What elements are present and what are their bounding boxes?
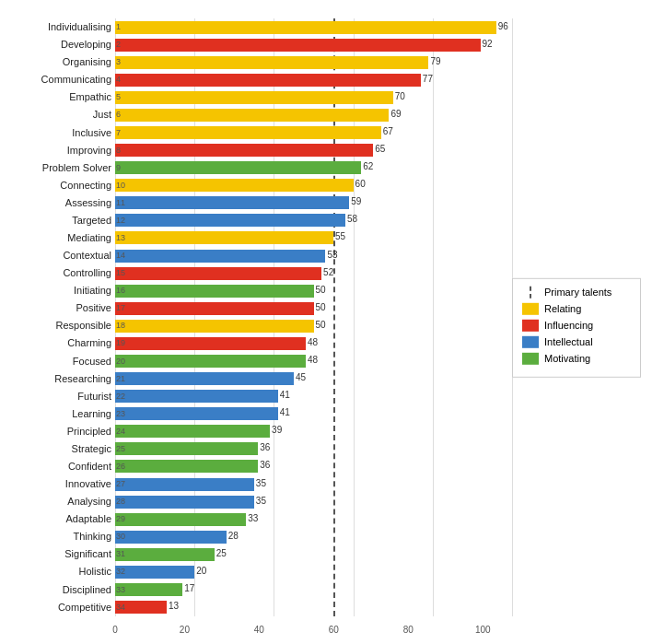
- bar-label-19: Charming: [18, 338, 111, 348]
- rank-label-31: 31: [116, 550, 125, 558]
- bar-row-30: 3028: [115, 530, 646, 544]
- value-label-4: 77: [423, 74, 433, 84]
- bar-segment-24: [115, 425, 270, 438]
- rank-label-9: 9: [116, 164, 121, 172]
- value-label-21: 45: [296, 372, 306, 382]
- rank-label-33: 33: [116, 586, 125, 594]
- bar-label-27: Innovative: [18, 479, 111, 489]
- rank-label-13: 13: [116, 234, 125, 242]
- legend: Primary talentsRelatingInfluencingIntell…: [512, 277, 641, 377]
- legend-item-influencing: Influencing: [522, 319, 631, 331]
- value-label-15: 52: [323, 267, 333, 277]
- rank-label-25: 25: [116, 445, 125, 453]
- x-tick-0: 0: [112, 625, 118, 635]
- value-label-20: 48: [308, 355, 318, 365]
- legend-label-primary-talents: Primary talents: [544, 287, 612, 298]
- bar-label-11: Assessing: [18, 198, 111, 208]
- rank-label-7: 7: [116, 129, 121, 137]
- rank-label-26: 26: [116, 463, 125, 471]
- bar-segment-13: [115, 231, 333, 244]
- bar-row-26: 2636: [115, 459, 646, 474]
- rank-label-18: 18: [116, 322, 125, 330]
- legend-label-influencing: Influencing: [544, 320, 593, 331]
- value-label-16: 50: [316, 285, 326, 295]
- value-label-11: 59: [351, 196, 361, 206]
- bar-row-32: 3220: [115, 565, 646, 580]
- x-tick-80: 80: [403, 625, 414, 635]
- bar-label-4: Communicating: [18, 75, 111, 85]
- bar-label-26: Confident: [18, 462, 111, 472]
- bar-segment-20: [115, 355, 306, 368]
- bar-row-22: 2241: [115, 389, 646, 404]
- bar-segment-8: [115, 144, 373, 157]
- bar-label-1: Individualising: [18, 22, 111, 32]
- legend-label-relating: Relating: [544, 303, 581, 314]
- bar-row-25: 2536: [115, 441, 646, 456]
- bar-row-1: 196: [115, 20, 646, 35]
- labels-column: IndividualisingDevelopingOrganisingCommu…: [18, 18, 115, 616]
- value-label-25: 36: [260, 442, 270, 452]
- bar-label-29: Adaptable: [18, 514, 111, 524]
- bar-segment-6: [115, 109, 389, 122]
- bar-segment-5: [115, 91, 393, 104]
- value-label-27: 35: [256, 478, 266, 488]
- bar-segment-7: [115, 126, 381, 139]
- value-label-1: 96: [498, 21, 508, 31]
- bar-row-27: 2735: [115, 477, 646, 492]
- x-tick-20: 20: [180, 625, 190, 635]
- bar-row-31: 3125: [115, 547, 646, 562]
- bar-label-32: Holistic: [18, 567, 111, 577]
- rank-label-3: 3: [116, 58, 121, 66]
- bar-row-10: 1060: [115, 178, 646, 193]
- legend-item-intellectual: Intellectual: [522, 335, 631, 347]
- value-label-7: 67: [383, 126, 393, 136]
- bar-segment-32: [115, 566, 194, 579]
- value-label-13: 55: [335, 231, 345, 241]
- rank-label-32: 32: [116, 568, 125, 576]
- value-label-22: 41: [280, 390, 290, 400]
- bar-segment-12: [115, 214, 345, 227]
- rank-label-14: 14: [116, 252, 125, 260]
- bar-row-9: 962: [115, 160, 646, 175]
- rank-label-27: 27: [116, 480, 125, 488]
- bar-row-3: 379: [115, 55, 646, 70]
- value-label-34: 13: [169, 601, 179, 611]
- rank-label-24: 24: [116, 427, 125, 436]
- value-label-18: 50: [316, 320, 326, 330]
- bar-label-13: Mediating: [18, 233, 111, 243]
- rank-label-29: 29: [116, 515, 125, 523]
- value-label-17: 50: [316, 302, 326, 312]
- rank-label-15: 15: [116, 269, 125, 277]
- rank-label-34: 34: [116, 603, 125, 612]
- bar-label-23: Learning: [18, 409, 111, 419]
- legend-item-relating: Relating: [522, 302, 631, 314]
- bar-label-12: Targeted: [18, 216, 111, 226]
- bar-segment-30: [115, 531, 227, 544]
- rank-label-23: 23: [116, 410, 125, 418]
- bar-label-25: Strategic: [18, 444, 111, 454]
- bar-segment-28: [115, 496, 254, 509]
- bar-segment-18: [115, 320, 314, 333]
- bar-row-5: 570: [115, 90, 646, 105]
- bar-segment-14: [115, 250, 325, 263]
- value-label-31: 25: [216, 548, 227, 558]
- rank-label-28: 28: [116, 498, 125, 506]
- value-label-23: 41: [280, 407, 290, 417]
- bar-segment-16: [115, 285, 314, 298]
- value-label-24: 39: [272, 425, 282, 435]
- value-label-28: 35: [256, 496, 266, 506]
- bar-row-29: 2933: [115, 512, 646, 527]
- bar-row-24: 2439: [115, 424, 646, 439]
- bar-segment-19: [115, 337, 306, 350]
- bar-label-14: Contextual: [18, 251, 111, 261]
- chart-area: IndividualisingDevelopingOrganisingCommu…: [18, 18, 646, 616]
- legend-item-motivating: Motivating: [522, 352, 631, 364]
- bar-row-14: 1453: [115, 249, 646, 263]
- value-label-9: 62: [363, 161, 373, 171]
- rank-label-5: 5: [116, 93, 121, 101]
- bar-row-28: 2835: [115, 495, 646, 509]
- bar-label-10: Connecting: [18, 181, 111, 191]
- bar-label-30: Thinking: [18, 532, 111, 542]
- rank-label-17: 17: [116, 304, 125, 312]
- value-label-19: 48: [308, 337, 318, 347]
